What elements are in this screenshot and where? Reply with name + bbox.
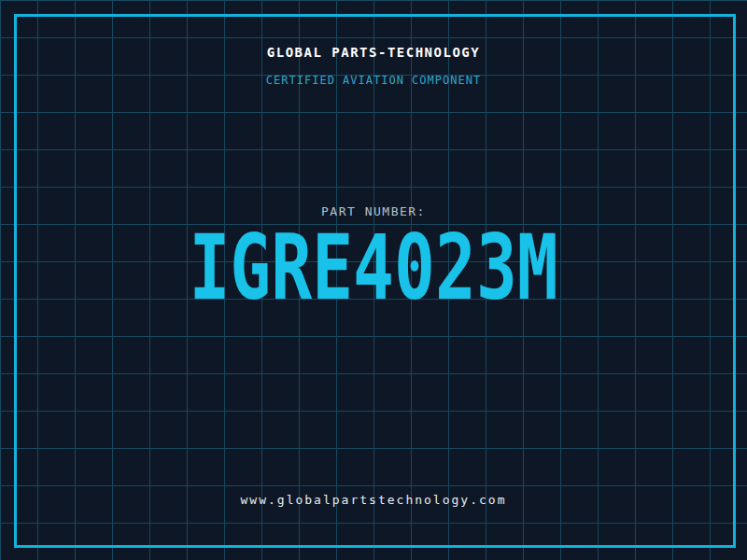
brand-title: GLOBAL PARTS-TECHNOLOGY (0, 45, 747, 60)
part-label-placard: GLOBAL PARTS-TECHNOLOGY CERTIFIED AVIATI… (0, 0, 747, 560)
certification-subtitle: CERTIFIED AVIATION COMPONENT (0, 74, 747, 87)
part-number-container: IGRE4023M (0, 223, 747, 316)
website-url: www.globalpartstechnology.com (0, 493, 747, 507)
part-number-value: IGRE4023M (189, 223, 557, 313)
